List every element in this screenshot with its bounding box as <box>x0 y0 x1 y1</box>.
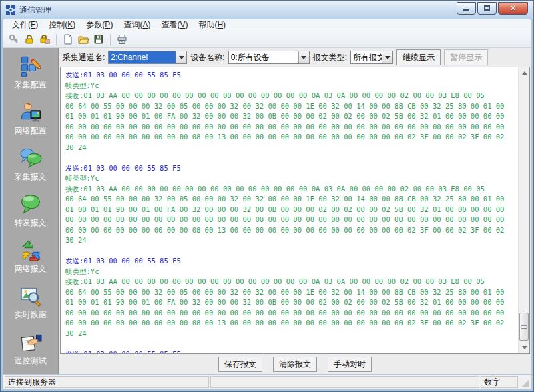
app-icon <box>5 5 16 15</box>
menu-file[interactable]: 文件(F) <box>7 19 43 31</box>
channel-select[interactable]: 2:Channel <box>108 51 187 64</box>
filter-bar: 采集通道名: 2:Channel 设备名称: 0:所有设备 报文类型: 所有报文… <box>59 48 531 67</box>
scroll-down-icon[interactable] <box>519 342 530 353</box>
menu-control[interactable]: 控制(K) <box>43 19 81 31</box>
pause-display-button: 暂停显示 <box>444 49 488 65</box>
log-line-recv: 00 64 00 55 00 00 00 32 00 05 00 00 00 3… <box>65 287 518 298</box>
app-content: 采集配置 网络配置 <box>3 48 531 374</box>
window-title: 通信管理 <box>19 5 457 16</box>
minimize-icon <box>463 9 469 11</box>
log-line-recv: 00 64 00 55 00 00 00 32 00 05 00 00 00 3… <box>65 101 518 112</box>
log-line-recv: 帧类型:Yc <box>65 81 518 91</box>
channel-value: 2:Channel <box>109 51 176 63</box>
menu-query[interactable]: 查询(A) <box>118 19 156 31</box>
save-icon[interactable] <box>93 33 105 45</box>
sidebar-item-label: 网络配置 <box>15 125 47 137</box>
sidebar-item-label: 采集报文 <box>15 171 47 183</box>
message-block: 发送:01 03 00 00 00 55 85 F5帧类型:Yc接收:01 03… <box>65 70 518 163</box>
message-block: 发送:01 03 00 00 00 55 85 F5帧类型:Yc接收:01 03… <box>65 163 518 257</box>
log-line-recv: 00 00 00 00 00 00 00 00 00 00 08 00 13 0… <box>65 318 518 329</box>
status-numlock: 数字 <box>481 376 518 388</box>
log-line-recv: 00 64 00 55 00 00 00 32 00 05 00 00 00 3… <box>65 194 518 205</box>
toolbar-separator <box>56 34 57 45</box>
scrollbar-thumb[interactable] <box>519 313 529 341</box>
sidebar-item-label: 实时数据 <box>15 309 47 321</box>
log-line-recv: 接收:01 03 AA 00 00 00 00 00 00 00 00 00 0… <box>65 184 518 195</box>
title-bar[interactable]: 通信管理 ✕ <box>1 1 533 19</box>
sidebar-item-network-message[interactable]: 网络报文 <box>15 239 47 275</box>
log-line-recv: 30 24 <box>65 143 518 153</box>
sidebar-item-network-config[interactable]: 网络配置 <box>15 101 47 137</box>
save-message-button[interactable]: 保存报文 <box>218 357 262 372</box>
clear-message-button[interactable]: 清除报文 <box>273 357 317 372</box>
maximize-button[interactable] <box>477 2 497 15</box>
resize-grip-icon[interactable] <box>519 376 530 388</box>
time-sync-button[interactable]: 手动对时 <box>328 357 372 372</box>
log-line-recv: 01 00 01 01 90 00 01 00 FA 00 32 00 00 0… <box>65 111 518 122</box>
log-line-recv: 00 00 00 00 00 00 00 00 00 00 08 00 13 0… <box>65 225 518 236</box>
log-line-send: 发送:01 03 00 00 00 55 85 F5 <box>65 163 518 174</box>
print-icon[interactable] <box>116 33 128 45</box>
menu-bar: 文件(F) 控制(K) 参数(P) 查询(A) 查看(V) 帮助(H) <box>3 19 531 31</box>
app-window: 通信管理 ✕ 文件(F) 控制(K) 参数(P) 查询(A) 查看(V) 帮助(… <box>0 0 534 392</box>
menu-view[interactable]: 查看(V) <box>156 19 193 31</box>
sidebar-item-realtime-data[interactable]: 实时数据 <box>15 285 47 321</box>
log-line-send: 发送:01 03 00 00 00 55 85 F5 <box>65 349 518 354</box>
new-file-icon[interactable] <box>62 33 74 45</box>
sidebar-item-remote-test[interactable]: 遥控测试 <box>15 331 47 367</box>
sidebar-item-collect-config[interactable]: 采集配置 <box>15 55 47 91</box>
log-line-send: 发送:01 03 00 00 00 55 85 F5 <box>65 70 518 81</box>
toolbar <box>3 31 531 48</box>
device-select[interactable]: 0:所有设备 <box>228 51 310 64</box>
log-line-recv: 00 00 00 00 00 00 00 00 00 00 00 00 00 0… <box>65 215 518 225</box>
type-select[interactable]: 所有报文 <box>350 51 393 64</box>
log-line-recv: 01 00 01 01 90 00 01 00 FA 00 32 00 00 0… <box>65 297 518 308</box>
vertical-scrollbar[interactable] <box>518 67 529 353</box>
type-label: 报文类型: <box>313 52 347 63</box>
chevron-down-icon[interactable] <box>176 51 186 63</box>
log-line-recv: 接收:01 03 AA 00 00 00 00 00 00 00 00 00 0… <box>65 277 518 287</box>
forward-message-icon <box>19 193 43 215</box>
chevron-down-icon[interactable] <box>298 51 309 63</box>
message-log[interactable]: 发送:01 03 00 00 00 55 85 F5帧类型:Yc接收:01 03… <box>61 67 518 353</box>
log-line-send: 发送:01 03 00 00 00 55 85 F5 <box>65 256 518 267</box>
chevron-down-icon[interactable] <box>382 51 392 63</box>
sidebar-item-label: 网络报文 <box>15 263 47 275</box>
collect-message-icon <box>19 147 43 169</box>
menu-params[interactable]: 参数(P) <box>81 19 118 31</box>
maximize-icon <box>484 5 490 11</box>
sidebar-item-collect-message[interactable]: 采集报文 <box>15 147 47 183</box>
open-folder-icon[interactable] <box>77 33 89 45</box>
log-line-recv: 01 00 01 01 90 00 01 00 FA 00 32 00 00 0… <box>65 205 518 215</box>
log-line-recv: 30 24 <box>65 235 518 246</box>
message-block: 发送:01 03 00 00 00 55 85 F5帧类型:Yc接收:01 03… <box>65 256 518 349</box>
close-icon: ✕ <box>510 5 516 12</box>
log-line-spacer <box>65 339 518 349</box>
sidebar-item-label: 转发报文 <box>15 217 47 229</box>
lock-tag-icon[interactable] <box>39 33 51 45</box>
main-panel: 采集通道名: 2:Channel 设备名称: 0:所有设备 报文类型: 所有报文… <box>59 48 531 374</box>
message-area[interactable]: 发送:01 03 00 00 00 55 85 F5帧类型:Yc接收:01 03… <box>60 67 530 354</box>
network-config-icon <box>19 101 43 123</box>
action-bar: 保存报文 清除报文 手动对时 <box>59 354 531 374</box>
key-icon[interactable] <box>8 33 20 45</box>
lock-icon[interactable] <box>23 33 35 45</box>
menu-help[interactable]: 帮助(H) <box>193 19 231 31</box>
continue-display-button[interactable]: 继续显示 <box>396 49 441 65</box>
scroll-up-icon[interactable] <box>519 67 530 79</box>
log-line-recv: 00 00 00 00 00 00 00 00 00 00 08 00 13 0… <box>65 132 518 143</box>
close-button[interactable]: ✕ <box>498 2 528 15</box>
log-line-spacer <box>65 246 518 257</box>
toolbar-separator <box>110 34 111 45</box>
realtime-data-icon <box>19 285 43 307</box>
status-middle <box>210 376 479 388</box>
network-message-icon <box>19 239 43 261</box>
collect-config-icon <box>19 55 43 77</box>
status-bar: 连接到服务器 数字 <box>3 375 531 389</box>
sidebar-item-forward-message[interactable]: 转发报文 <box>15 193 47 229</box>
remote-test-icon <box>19 331 43 353</box>
log-line-recv: 00 00 00 00 00 00 00 00 00 00 00 00 00 0… <box>65 122 518 133</box>
sidebar: 采集配置 网络配置 <box>3 48 59 374</box>
minimize-button[interactable] <box>457 2 476 15</box>
sidebar-item-label: 采集配置 <box>15 79 47 91</box>
